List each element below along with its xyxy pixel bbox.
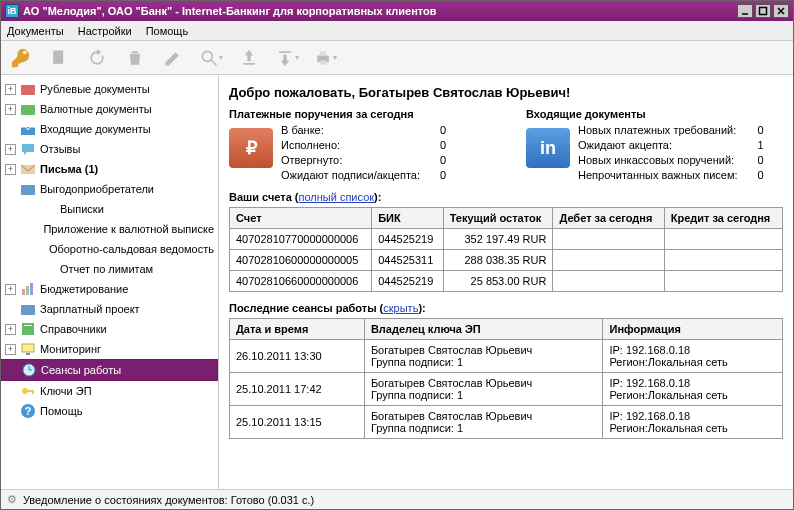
tree-item-3[interactable]: +Отзывы: [1, 139, 218, 159]
menu-help[interactable]: Помощь: [146, 25, 189, 37]
table-row[interactable]: 40702810770000000006044525219352 197.49 …: [230, 229, 783, 250]
import-icon[interactable]: ▾: [273, 45, 301, 71]
blank-icon: [33, 221, 39, 237]
tree-item-label: Оборотно-сальдовая ведомость: [49, 243, 214, 255]
sessions-hide-link[interactable]: скрыть: [383, 302, 418, 314]
title-bar: iB АО "Мелодия", ОАО "Банк" - Internet-Б…: [1, 1, 793, 21]
kv-label: Новых инкассовых поручений:: [578, 154, 738, 166]
menu-bar: Документы Настройки Помощь: [1, 21, 793, 41]
menu-settings[interactable]: Настройки: [78, 25, 132, 37]
expander-icon[interactable]: +: [5, 324, 16, 335]
svg-text:?: ?: [25, 405, 32, 417]
expander-icon[interactable]: +: [5, 164, 16, 175]
tree-item-label: Справочники: [40, 323, 107, 335]
blank-icon: [35, 241, 44, 257]
tree-item-label: Ключи ЭП: [40, 385, 92, 397]
tree-item-13[interactable]: +Мониторинг: [1, 339, 218, 359]
tree-item-8[interactable]: Оборотно-сальдовая ведомость: [1, 239, 218, 259]
col-header: Дата и время: [230, 319, 365, 340]
accounts-full-list-link[interactable]: полный список: [298, 191, 374, 203]
inbox-blue-icon: [20, 121, 36, 137]
accounts-header: Ваши счета (полный список):: [229, 191, 783, 203]
tree-item-7[interactable]: Приложение к валютной выписке: [1, 219, 218, 239]
svg-point-5: [202, 51, 212, 61]
key-icon[interactable]: [7, 45, 35, 71]
status-value: Готово (0.031 с.): [231, 494, 315, 506]
col-header: БИК: [372, 208, 444, 229]
table-row[interactable]: 4070281066000000000604452521925 853.00 R…: [230, 271, 783, 292]
col-header: Кредит за сегодня: [664, 208, 782, 229]
blank-icon: [40, 261, 56, 277]
incoming-doc-icon: in: [526, 128, 570, 168]
incoming-title: Входящие документы: [526, 108, 783, 120]
table-row[interactable]: 25.10.2011 17:42Богатырев Святослав Юрье…: [230, 373, 783, 406]
accounts-table: СчетБИКТекущий остатокДебет за сегодняКр…: [229, 207, 783, 292]
folder-blue-icon: [20, 181, 36, 197]
col-header: Текущий остаток: [443, 208, 553, 229]
col-header: Дебет за сегодня: [553, 208, 664, 229]
tree-item-6[interactable]: Выписки: [1, 199, 218, 219]
expander-icon[interactable]: +: [5, 144, 16, 155]
trash-icon[interactable]: [121, 45, 149, 71]
app-window: iB АО "Мелодия", ОАО "Банк" - Internet-Б…: [0, 0, 794, 510]
svg-rect-10: [21, 85, 35, 95]
tree-item-16[interactable]: ?Помощь: [1, 401, 218, 421]
table-row[interactable]: 40702810600000000005044525311288 038.35 …: [230, 250, 783, 271]
kv-label: Ожидают акцепта:: [578, 139, 738, 151]
expander-icon[interactable]: +: [5, 284, 16, 295]
tree-item-label: Рублевые документы: [40, 83, 150, 95]
print-icon[interactable]: ▾: [311, 45, 339, 71]
tree-item-5[interactable]: Выгодоприобретатели: [1, 179, 218, 199]
refresh-icon[interactable]: [83, 45, 111, 71]
export-icon[interactable]: [235, 45, 263, 71]
folder-green-icon: [20, 101, 36, 117]
svg-rect-8: [320, 51, 327, 55]
kv-label: В банке:: [281, 124, 420, 136]
svg-rect-19: [22, 323, 34, 335]
sign-icon[interactable]: [159, 45, 187, 71]
tree-item-1[interactable]: +Валютные документы: [1, 99, 218, 119]
table-row[interactable]: 26.10.2011 13:30Богатырев Святослав Юрье…: [230, 340, 783, 373]
tree-item-label: Сеансы работы: [41, 364, 121, 376]
col-header: Владелец ключа ЭП: [364, 319, 603, 340]
svg-rect-14: [21, 185, 35, 195]
kv-value: 0: [744, 154, 764, 166]
search-icon[interactable]: ▾: [197, 45, 225, 71]
mail-icon: [20, 161, 36, 177]
tree-item-10[interactable]: +Бюджетирование: [1, 279, 218, 299]
expander-icon[interactable]: +: [5, 84, 16, 95]
sessions-table: Дата и времяВладелец ключа ЭПИнформация …: [229, 318, 783, 439]
tree-item-11[interactable]: Зарплатный проект: [1, 299, 218, 319]
tree-item-label: Выгодоприобретатели: [40, 183, 154, 195]
maximize-button[interactable]: [755, 4, 771, 18]
tree-item-0[interactable]: +Рублевые документы: [1, 79, 218, 99]
kv-value: 0: [426, 169, 446, 181]
expander-icon[interactable]: +: [5, 104, 16, 115]
menu-documents[interactable]: Документы: [7, 25, 64, 37]
tree-item-label: Бюджетирование: [40, 283, 128, 295]
minimize-button[interactable]: [737, 4, 753, 18]
svg-rect-9: [320, 60, 327, 64]
tree-item-9[interactable]: Отчет по лимитам: [1, 259, 218, 279]
svg-rect-22: [26, 353, 30, 355]
tree-item-12[interactable]: +Справочники: [1, 319, 218, 339]
tree-item-14[interactable]: Сеансы работы: [1, 359, 218, 381]
tree-item-4[interactable]: +Письма (1): [1, 159, 218, 179]
tree-item-15[interactable]: Ключи ЭП: [1, 381, 218, 401]
svg-rect-18: [21, 305, 35, 315]
tree-item-label: Отчет по лимитам: [60, 263, 153, 275]
svg-rect-17: [30, 283, 33, 295]
table-row[interactable]: 25.10.2011 13:15Богатырев Святослав Юрье…: [230, 406, 783, 439]
kv-value: 0: [426, 124, 446, 136]
toolbar: ▾ ▾ ▾: [1, 41, 793, 75]
main-content: Добро пожаловать, Богатырев Святослав Юр…: [219, 75, 793, 489]
tree-item-label: Приложение к валютной выписке: [43, 223, 214, 235]
tree-item-label: Мониторинг: [40, 343, 101, 355]
new-doc-icon[interactable]: [45, 45, 73, 71]
expander-icon[interactable]: +: [5, 344, 16, 355]
close-button[interactable]: [773, 4, 789, 18]
nav-tree[interactable]: +Рублевые документы+Валютные документыВх…: [1, 75, 219, 489]
svg-rect-4: [53, 50, 63, 63]
tree-item-2[interactable]: Входящие документы: [1, 119, 218, 139]
tree-item-label: Помощь: [40, 405, 83, 417]
